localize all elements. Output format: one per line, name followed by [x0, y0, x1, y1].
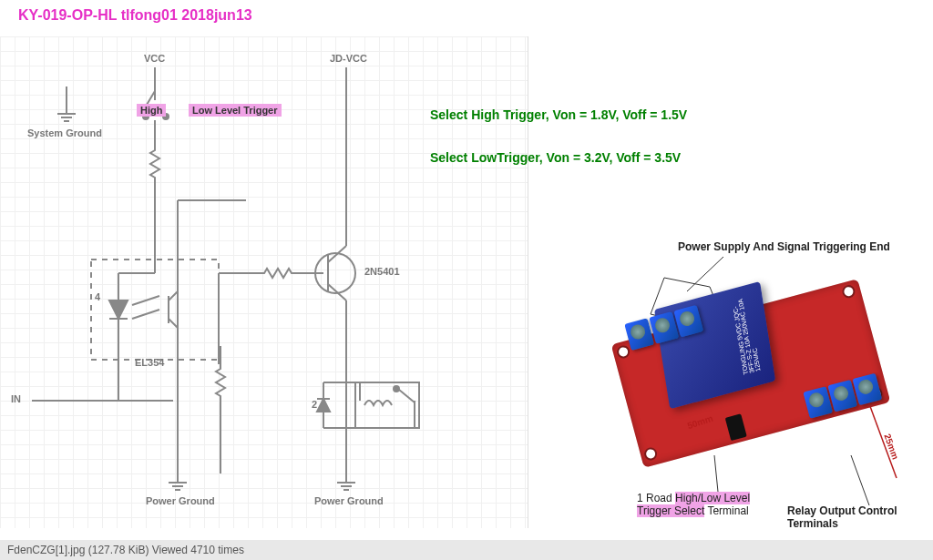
label-jdvcc: JD-VCC: [330, 53, 367, 64]
svg-line-18: [169, 319, 178, 328]
svg-rect-12: [91, 260, 219, 360]
label-in: IN: [11, 393, 21, 404]
label-vcc: VCC: [144, 53, 165, 64]
label-opto: EL354: [135, 357, 164, 368]
svg-line-20: [132, 310, 159, 319]
label-transistor: 2N5401: [364, 266, 400, 277]
svg-point-38: [394, 386, 399, 392]
relay-module-photo: Power Supply And Signal Triggering End T…: [587, 246, 924, 546]
label-power-ground-2: Power Ground: [314, 495, 384, 506]
label-jumper-trigger: Trigger Select: [637, 504, 704, 517]
file-info-footer: FdenCZG[1].jpg (127.78 KiB) Viewed 4710 …: [0, 540, 933, 560]
label-power-ground-1: Power Ground: [146, 495, 215, 506]
label-pin2: 2: [312, 399, 317, 410]
label-high: High: [137, 104, 166, 117]
label-jumper-1road: 1 Road: [637, 492, 672, 504]
note-low-trigger: Select LowTrigger, Von = 3.2V, Voff = 3.…: [430, 150, 681, 165]
label-jumper: 1 Road High/Low Level Trigger Select Ter…: [637, 492, 750, 517]
label-jumper-highlow: High/Low Level: [675, 492, 750, 504]
page-title: KY-019-OP-HL tlfong01 2018jun13: [18, 7, 252, 24]
svg-line-19: [132, 296, 159, 305]
label-output-terminals: Relay Output Control Terminals: [787, 504, 924, 530]
svg-line-37: [399, 390, 415, 402]
label-low-level-trigger: Low Level Trigger: [189, 104, 282, 117]
label-system-ground: System Ground: [27, 127, 102, 138]
note-high-trigger: Select High Trigger, Von = 1.8V, Voff = …: [430, 107, 687, 122]
label-jumper-terminal: Terminal: [707, 504, 748, 517]
label-pin4: 4: [95, 291, 100, 302]
svg-line-17: [169, 291, 178, 300]
relay-marking: TONGLING 5VDC JQC-3FF-S-Z 10A 250VAC 10A…: [730, 290, 761, 376]
